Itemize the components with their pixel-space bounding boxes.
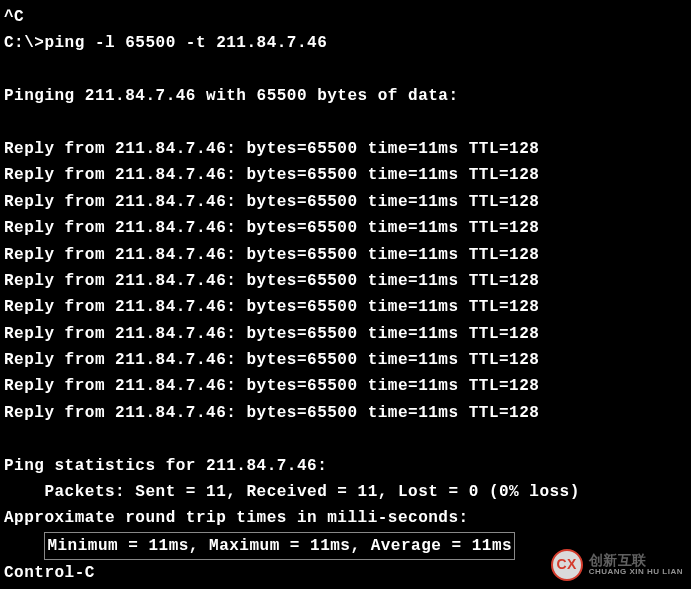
ping-reply-line: Reply from 211.84.7.46: bytes=65500 time… xyxy=(4,136,687,162)
watermark-en: CHUANG XIN HU LIAN xyxy=(589,568,683,577)
terminal-output: ^C C:\>ping -l 65500 -t 211.84.7.46 Ping… xyxy=(4,4,687,587)
blank-line xyxy=(4,426,687,452)
ping-reply-line: Reply from 211.84.7.46: bytes=65500 time… xyxy=(4,242,687,268)
watermark-logo-icon: CX xyxy=(551,549,583,581)
packets-line: Packets: Sent = 11, Received = 11, Lost … xyxy=(4,479,687,505)
blank-line xyxy=(4,110,687,136)
ping-reply-line: Reply from 211.84.7.46: bytes=65500 time… xyxy=(4,268,687,294)
ping-reply-line: Reply from 211.84.7.46: bytes=65500 time… xyxy=(4,321,687,347)
ping-reply-line: Reply from 211.84.7.46: bytes=65500 time… xyxy=(4,347,687,373)
ping-reply-line: Reply from 211.84.7.46: bytes=65500 time… xyxy=(4,162,687,188)
watermark-cn: 创新互联 xyxy=(589,553,683,568)
ping-reply-line: Reply from 211.84.7.46: bytes=65500 time… xyxy=(4,294,687,320)
approx-line: Approximate round trip times in milli-se… xyxy=(4,505,687,531)
ping-reply-line: Reply from 211.84.7.46: bytes=65500 time… xyxy=(4,215,687,241)
watermark-text: 创新互联 CHUANG XIN HU LIAN xyxy=(589,553,683,577)
minmax-highlight: Minimum = 11ms, Maximum = 11ms, Average … xyxy=(44,532,515,560)
blank-line xyxy=(4,57,687,83)
minmax-prefix xyxy=(4,537,44,555)
command-prompt-line: C:\>ping -l 65500 -t 211.84.7.46 xyxy=(4,30,687,56)
interrupt-line: ^C xyxy=(4,4,687,30)
pinging-header: Pinging 211.84.7.46 with 65500 bytes of … xyxy=(4,83,687,109)
watermark: CX 创新互联 CHUANG XIN HU LIAN xyxy=(551,549,683,581)
ping-reply-line: Reply from 211.84.7.46: bytes=65500 time… xyxy=(4,400,687,426)
stats-header: Ping statistics for 211.84.7.46: xyxy=(4,453,687,479)
ping-reply-line: Reply from 211.84.7.46: bytes=65500 time… xyxy=(4,373,687,399)
ping-reply-line: Reply from 211.84.7.46: bytes=65500 time… xyxy=(4,189,687,215)
